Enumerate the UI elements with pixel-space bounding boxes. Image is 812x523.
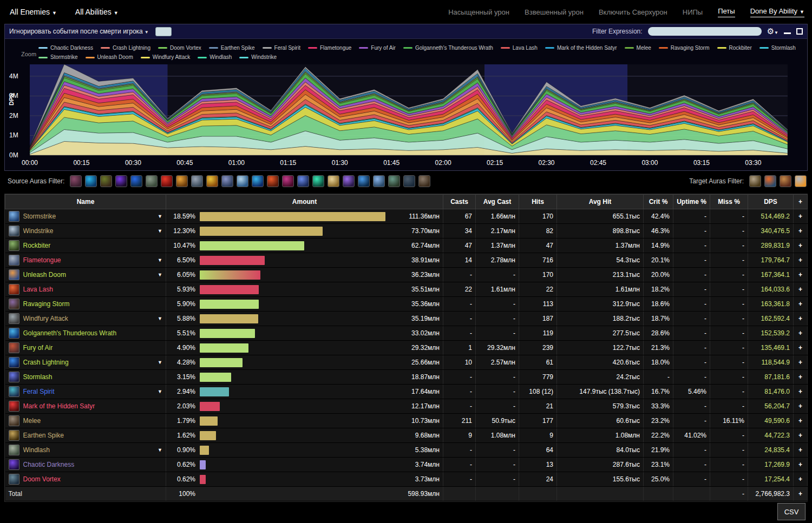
ability-icon[interactable]: [9, 445, 19, 455]
tab-npcs[interactable]: НИПы: [683, 8, 703, 16]
expand-button[interactable]: +: [794, 209, 808, 224]
legend-item[interactable]: Chaotic Darkness: [38, 44, 93, 52]
row-expand-caret[interactable]: ▼: [158, 316, 162, 321]
ability-icon[interactable]: [9, 401, 19, 412]
row-expand-caret[interactable]: ▼: [158, 389, 162, 394]
ability-name-link[interactable]: Crash Lightning: [23, 359, 154, 366]
ability-name-link[interactable]: Flametongue: [23, 256, 154, 264]
source-aura-icon[interactable]: [206, 175, 218, 187]
ability-name-link[interactable]: Golganneth's Thunderous Wrath: [23, 329, 163, 337]
ability-name-link[interactable]: Feral Spirit: [23, 388, 154, 395]
expand-button[interactable]: +: [794, 326, 808, 341]
row-expand-caret[interactable]: ▼: [158, 272, 162, 277]
ability-name-link[interactable]: Windlash: [23, 446, 154, 454]
source-aura-icon[interactable]: [85, 175, 97, 187]
legend-item[interactable]: Mark of the Hidden Satyr: [545, 44, 617, 52]
ability-icon[interactable]: [9, 328, 19, 339]
ability-icon[interactable]: [9, 386, 19, 397]
ability-icon[interactable]: [9, 357, 19, 368]
ability-icon[interactable]: [9, 299, 19, 309]
total-expand-button[interactable]: +: [794, 487, 808, 501]
ability-icon[interactable]: [9, 226, 19, 236]
ignore-deaths-dropdown[interactable]: Игнорировать события после смерти игрока…: [9, 28, 149, 35]
legend-item[interactable]: Crash Lightning: [101, 44, 150, 52]
expand-button[interactable]: +: [794, 268, 808, 282]
legend-item[interactable]: Fury of Air: [359, 44, 396, 52]
ability-name-link[interactable]: Rockbiter: [23, 242, 163, 249]
tab-saturated-damage[interactable]: Насыщенный урон: [448, 8, 509, 16]
source-aura-icon[interactable]: [328, 175, 339, 187]
row-expand-caret[interactable]: ▼: [158, 447, 162, 453]
ability-name-link[interactable]: Ravaging Storm: [23, 300, 163, 308]
column-header[interactable]: Amount: [166, 195, 443, 209]
enemies-dropdown[interactable]: All Enemies▼: [10, 8, 57, 16]
column-header[interactable]: Hits: [519, 195, 557, 209]
source-aura-icon[interactable]: [343, 175, 355, 187]
view-dropdown[interactable]: Done By Ability▼: [750, 7, 804, 17]
expand-button[interactable]: +: [794, 282, 808, 297]
target-aura-icon[interactable]: [795, 175, 807, 187]
ability-name-link[interactable]: Windfury Attack: [23, 315, 154, 322]
source-aura-icon[interactable]: [70, 175, 82, 187]
ability-icon[interactable]: [9, 240, 19, 251]
source-aura-icon[interactable]: [176, 175, 188, 187]
source-aura-icon[interactable]: [115, 175, 127, 187]
legend-item[interactable]: Rockbiter: [717, 44, 752, 52]
ability-icon[interactable]: [9, 459, 19, 470]
ability-icon[interactable]: [9, 474, 19, 485]
source-aura-icon[interactable]: [237, 175, 248, 187]
expand-button[interactable]: +: [794, 355, 808, 370]
ability-name-link[interactable]: Earthen Spike: [23, 432, 163, 439]
tab-weighted-damage[interactable]: Взвешенный урон: [525, 8, 584, 16]
column-header[interactable]: Miss %: [710, 195, 748, 209]
ignore-deaths-toggle[interactable]: [155, 27, 172, 36]
source-aura-icon[interactable]: [252, 175, 264, 187]
row-expand-caret[interactable]: ▼: [158, 360, 162, 365]
source-aura-icon[interactable]: [191, 175, 203, 187]
source-aura-icon[interactable]: [130, 175, 142, 187]
row-expand-caret[interactable]: ▼: [158, 214, 162, 219]
ability-name-link[interactable]: Doom Vortex: [23, 475, 163, 483]
ability-icon[interactable]: [9, 269, 19, 280]
legend-item[interactable]: Lava Lash: [501, 44, 538, 52]
expand-button[interactable]: +: [794, 224, 808, 239]
ability-name-link[interactable]: Windstrike: [23, 227, 154, 235]
column-header[interactable]: Name: [5, 195, 166, 209]
ability-icon[interactable]: [9, 430, 19, 441]
source-aura-icon[interactable]: [418, 175, 430, 187]
source-aura-icon[interactable]: [358, 175, 370, 187]
csv-export-button[interactable]: CSV: [777, 503, 806, 520]
source-aura-icon[interactable]: [297, 175, 309, 187]
expand-button[interactable]: +: [794, 341, 808, 355]
row-expand-caret[interactable]: ▼: [158, 228, 162, 234]
legend-item[interactable]: Ravaging Storm: [659, 44, 710, 52]
column-header[interactable]: Crit %: [644, 195, 673, 209]
ability-name-link[interactable]: Mark of the Hidden Satyr: [23, 402, 163, 410]
source-aura-icon[interactable]: [388, 175, 400, 187]
legend-item[interactable]: Feral Spirit: [263, 44, 300, 52]
legend-item[interactable]: Golganneth's Thunderous Wrath: [403, 44, 493, 52]
legend-item[interactable]: Stormlash: [759, 44, 796, 52]
column-header[interactable]: Casts: [443, 195, 476, 209]
ability-name-link[interactable]: Fury of Air: [23, 344, 163, 352]
source-aura-icon[interactable]: [221, 175, 233, 187]
expand-button[interactable]: +: [794, 239, 808, 253]
ability-name-link[interactable]: Chaotic Darkness: [23, 461, 163, 468]
ability-icon[interactable]: [9, 255, 19, 266]
ability-icon[interactable]: [9, 313, 19, 324]
source-aura-icon[interactable]: [312, 175, 324, 187]
row-expand-caret[interactable]: ▼: [158, 257, 162, 263]
column-header[interactable]: DPS: [748, 195, 794, 209]
column-header[interactable]: Avg Hit: [557, 195, 644, 209]
legend-item[interactable]: Earthen Spike: [209, 44, 255, 52]
legend-item[interactable]: Melee: [625, 44, 651, 52]
legend-item[interactable]: Doom Vortex: [158, 44, 201, 52]
ability-name-link[interactable]: Melee: [23, 417, 163, 425]
expand-button[interactable]: +: [794, 472, 808, 487]
minimize-icon[interactable]: [784, 32, 791, 34]
target-aura-icon[interactable]: [749, 175, 761, 187]
column-header[interactable]: Uptime %: [673, 195, 710, 209]
source-aura-icon[interactable]: [161, 175, 173, 187]
expand-button[interactable]: +: [794, 443, 808, 458]
maximize-icon[interactable]: [796, 28, 803, 35]
